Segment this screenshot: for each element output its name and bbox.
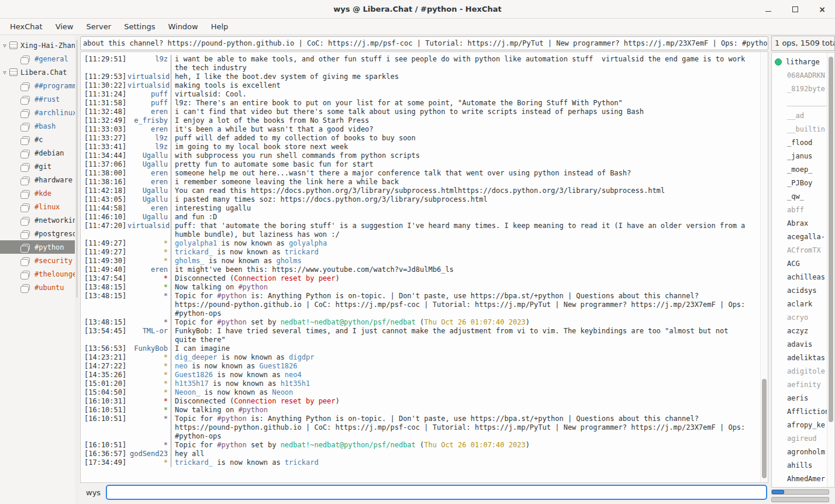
user-list-item-8192byte[interactable]: _8192byte xyxy=(772,82,827,95)
message-input[interactable] xyxy=(106,485,767,500)
user-list-item-adavis[interactable]: adavis xyxy=(772,337,827,351)
sidebar-item-linux[interactable]: #linux xyxy=(0,200,75,213)
user-list-item-aclark[interactable]: aclark xyxy=(772,297,827,310)
chat-line: [11:42:18]UgalluYou can read this https:… xyxy=(81,187,760,195)
user-list-item-aczyz[interactable]: aczyz xyxy=(772,324,827,337)
maximize-button[interactable] xyxy=(789,4,801,15)
titlebar[interactable]: wys @ Libera.Chat / #python - HexChat × xyxy=(0,0,835,19)
user-list-item-adeliktas[interactable]: adeliktas xyxy=(772,351,827,364)
user-list-item-affliction[interactable]: Affliction xyxy=(772,405,827,418)
user-nick: aclark xyxy=(787,300,812,308)
sidebar-item-general[interactable]: #general xyxy=(0,52,75,65)
sidebar-item-postgresql[interactable]: #postgresql xyxy=(0,227,75,240)
message-segment: is now known as xyxy=(213,458,285,467)
sidebar-item-git[interactable]: #git xyxy=(0,160,75,173)
sidebar-item-ubuntu[interactable]: #ubuntu xyxy=(0,281,75,294)
user-list-item-acfromtx[interactable]: ACfromTX xyxy=(772,243,827,257)
user-list-item-ahmedamer[interactable]: AhmedAmer xyxy=(772,472,827,485)
expander-icon[interactable]: ▽ xyxy=(0,70,9,75)
chat-line: [11:46:10]Ugalluand fun :D xyxy=(81,213,760,222)
sidebar-item-kde[interactable]: #kde xyxy=(0,187,75,200)
user-list-item-068aadrkn[interactable]: 068AADRKN xyxy=(772,68,827,82)
sidebar-item-libera-chat[interactable]: ▽Libera.Chat xyxy=(0,65,75,79)
user-list-item-acg[interactable]: ACG xyxy=(772,257,827,270)
menu-item-hexchat[interactable]: HexChat xyxy=(4,20,49,33)
user-list-item-aefinity[interactable]: aefinity xyxy=(772,378,827,391)
userlist-frame: litharge068AADRKN_8192byte____________ad… xyxy=(771,52,835,488)
sidebar-item-xing-hai-zhang[interactable]: ▽Xing-Hai-Zhang xyxy=(0,39,75,52)
user-list-item-litharge[interactable]: litharge xyxy=(772,55,827,68)
chat-nick: * xyxy=(127,248,171,257)
channel-icon xyxy=(22,244,30,250)
chat-nick: puff xyxy=(127,99,171,108)
sidebar-scrollbar[interactable] xyxy=(75,35,79,504)
user-list-item-acidsys[interactable]: acidsys xyxy=(772,284,827,297)
close-button[interactable]: × xyxy=(816,4,828,15)
user-list-item-abrax[interactable]: Abrax xyxy=(772,216,827,230)
user-list-item-aeris[interactable]: aeris xyxy=(772,391,827,405)
userlist-scrollbar-thumb[interactable] xyxy=(829,57,833,422)
chat-nick: l9z xyxy=(127,143,171,151)
sidebar-item-networking[interactable]: #networking xyxy=(0,213,75,227)
sidebar-item-python[interactable]: #python xyxy=(0,240,75,254)
throughput-meter xyxy=(771,497,829,502)
topic-input[interactable]: about this channel? https://pound-python… xyxy=(80,36,768,50)
user-list-item-pjboy[interactable]: _PJBoy xyxy=(772,176,827,189)
chat-line: [11:29:53]virtualsidheh, I like the boot… xyxy=(81,73,760,81)
user-list-item-achilleas[interactable]: achilleas xyxy=(772,270,827,284)
timestamp: [11:33:03] xyxy=(81,125,127,134)
sidebar-item-c[interactable]: #c xyxy=(0,133,75,146)
minimize-button[interactable] xyxy=(762,4,774,15)
expander-icon[interactable]: ▽ xyxy=(0,43,9,49)
menu-item-settings[interactable]: Settings xyxy=(118,20,161,33)
user-list-item-ahills[interactable]: ahills xyxy=(772,458,827,472)
menu-item-help[interactable]: Help xyxy=(205,20,235,33)
chat-scrollbar[interactable] xyxy=(760,52,768,482)
chat-line: [15:01:20]*h1t35h17 is now known as h1t3… xyxy=(81,379,760,388)
user-list-item-adigitole[interactable]: adigitole xyxy=(772,364,827,378)
menubar: HexChatViewServerSettingsWindowHelp xyxy=(0,19,835,35)
timestamp: [16:10:51] xyxy=(81,406,127,415)
chat-message: pretty fun to automate some basic fun fo… xyxy=(171,160,760,169)
user-list-item-acryo[interactable]: acryo xyxy=(772,310,827,324)
user-list-item-abff[interactable]: abff xyxy=(772,203,827,216)
chat-line: [15:04:50]*Neoon_ is now known as Neoon xyxy=(81,388,760,397)
user-list-item-qw[interactable]: _qw_ xyxy=(772,189,827,203)
timestamp: [11:43:05] xyxy=(81,195,127,204)
user-list-item-builtin[interactable]: __builtin xyxy=(772,122,827,136)
sidebar-scrollbar-thumb[interactable] xyxy=(76,40,78,298)
chat-nick: * xyxy=(127,257,171,265)
user-nick: Abrax xyxy=(787,219,808,227)
user-list-item-acegalla[interactable]: acegalla- xyxy=(772,230,827,243)
user-list-item-janus[interactable]: _janus xyxy=(772,149,827,163)
user-list-item-afropy-ke[interactable]: afropy_ke xyxy=(772,418,827,431)
chat-line: [11:44:58]ereninteresting ugallu xyxy=(81,204,760,213)
user-list-item-flood[interactable]: _flood xyxy=(772,136,827,149)
message-segment: nedbat!~nedbat@python/psf/nedbat xyxy=(281,441,416,449)
sidebar-item-archlinux[interactable]: #archlinux xyxy=(0,106,75,119)
chat-nick: * xyxy=(127,353,171,362)
sidebar-item-rust[interactable]: ##rust xyxy=(0,92,75,106)
user-list-item-agireud[interactable]: agireud xyxy=(772,431,827,445)
sidebar-item-thelounge[interactable]: #thelounge xyxy=(0,267,75,281)
sidebar-item-debian[interactable]: #debian xyxy=(0,146,75,160)
chat-line: [11:33:27]l9zpuff will def added to my c… xyxy=(81,134,760,143)
user-list-item-[interactable]: __________ xyxy=(772,95,827,109)
menu-item-server[interactable]: Server xyxy=(80,20,118,33)
menu-item-window[interactable]: Window xyxy=(161,20,204,33)
sidebar-item-security[interactable]: #security xyxy=(0,254,75,267)
sidebar-item-bash[interactable]: #bash xyxy=(0,119,75,133)
message-segment: ( xyxy=(416,318,424,326)
sidebar-item-hardware[interactable]: #hardware xyxy=(0,173,75,187)
menu-item-view[interactable]: View xyxy=(49,20,80,33)
chat-message: i can't find that video but there's some… xyxy=(171,108,760,116)
sidebar-item-programming[interactable]: ##programming xyxy=(0,79,75,92)
chat-message: hey all xyxy=(171,450,760,458)
timestamp: [11:31:58] xyxy=(81,99,127,108)
user-list-item-moep[interactable]: _moep_ xyxy=(772,163,827,176)
userlist-scrollbar[interactable] xyxy=(827,53,834,487)
user-list-item-ad[interactable]: __ad xyxy=(772,109,827,122)
user-list-item-agronholm[interactable]: agronholm xyxy=(772,445,827,458)
chat-nick: Ugallu xyxy=(127,195,171,204)
chat-scrollbar-thumb[interactable] xyxy=(762,379,767,478)
